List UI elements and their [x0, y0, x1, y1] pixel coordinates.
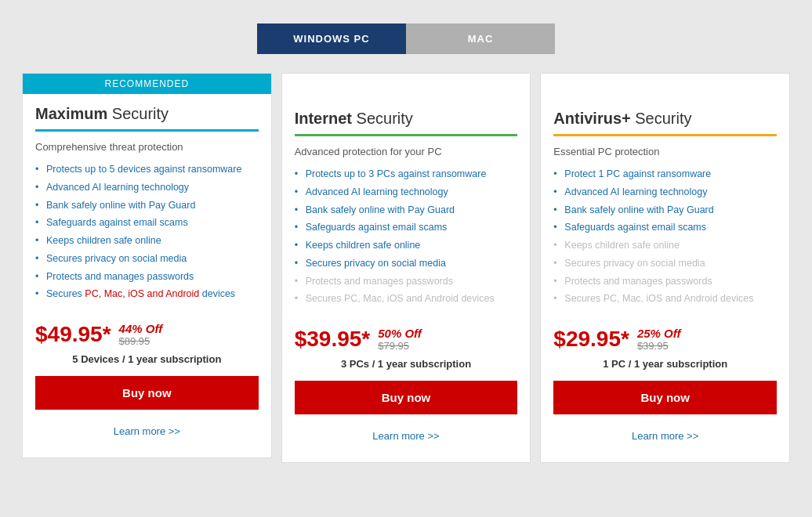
price-off-group: 44% Off $89.95: [119, 322, 163, 347]
price-off-group: 50% Off $79.95: [378, 327, 422, 352]
tab-windows-pc[interactable]: WINDOWS PC: [257, 24, 406, 54]
card-header: Internet Security: [282, 99, 531, 134]
feature-item-6: Protects and manages passwords: [553, 273, 777, 291]
feature-item-3: Safeguards against email scams: [553, 219, 777, 237]
card-title: Maximum Security: [35, 105, 169, 122]
feature-item-4: Keeps children safe online: [553, 237, 777, 255]
price-off-group: 25% Off $39.95: [637, 327, 681, 352]
subscription-text: 5 Devices / 1 year subscription: [23, 353, 271, 376]
feature-list: Protects up to 3 PCs against ransomwareA…: [282, 165, 531, 316]
pricing-section: $39.95* 50% Off $79.95: [282, 316, 531, 358]
learn-more-link[interactable]: Learn more >>: [282, 425, 531, 446]
feature-item-1: Advanced AI learning technology: [553, 183, 777, 201]
pricing-card-2: Antivirus+ Security Essential PC protect…: [540, 73, 790, 463]
feature-item-0: Protect 1 PC against ransomware: [553, 165, 777, 183]
card-title: Internet Security: [295, 110, 413, 127]
feature-item-4: Keeps children safe online: [35, 232, 259, 250]
card-title-bold: Maximum: [35, 105, 107, 122]
feature-item-4: Keeps children safe online: [295, 237, 518, 255]
feature-item-2: Bank safely online with Pay Guard: [295, 201, 518, 219]
feature-item-6: Protects and manages passwords: [35, 268, 259, 286]
card-subtitle: Advanced protection for your PC: [282, 146, 531, 165]
feature-item-2: Bank safely online with Pay Guard: [35, 197, 259, 215]
card-header: Antivirus+ Security: [541, 99, 789, 134]
feature-item-1: Advanced AI learning technology: [295, 183, 518, 201]
feature-item-3: Safeguards against email scams: [295, 219, 518, 237]
price-off: 25% Off: [637, 327, 681, 340]
card-title-bold: Internet: [295, 110, 352, 127]
feature-list: Protects up to 5 devices against ransomw…: [23, 161, 271, 311]
feature-item-0: Protects up to 3 PCs against ransomware: [295, 165, 518, 183]
buy-button[interactable]: Buy now: [35, 376, 259, 410]
pricing-section: $49.95* 44% Off $89.95: [23, 311, 271, 353]
feature-item-7: Secures PC, Mac, iOS and Android devices: [553, 290, 777, 308]
card-header: Maximum Security: [23, 94, 271, 129]
pricing-cards: RECOMMENDED Maximum Security Comprehensi…: [22, 73, 790, 463]
learn-more-link[interactable]: Learn more >>: [23, 421, 271, 442]
red-link: PC, Mac, iOS and Android: [85, 288, 199, 299]
badge-spacer: [282, 74, 531, 99]
feature-item-0: Protects up to 5 devices against ransomw…: [35, 161, 259, 179]
pricing-card-1: Internet Security Advanced protection fo…: [281, 73, 531, 463]
pricing-section: $29.95* 25% Off $39.95: [541, 316, 789, 358]
card-title-bold: Antivirus+: [553, 110, 630, 127]
card-divider: [295, 134, 518, 136]
badge-spacer: [541, 74, 789, 99]
feature-item-5: Secures privacy on social media: [35, 250, 259, 268]
feature-item-2: Bank safely online with Pay Guard: [553, 201, 777, 219]
feature-item-3: Safeguards against email scams: [35, 214, 259, 232]
pricing-card-0: RECOMMENDED Maximum Security Comprehensi…: [22, 73, 272, 458]
tab-bar: WINDOWS PC MAC: [257, 24, 555, 54]
feature-item-5: Secures privacy on social media: [553, 255, 777, 273]
tab-mac[interactable]: MAC: [406, 24, 555, 54]
card-title: Antivirus+ Security: [553, 110, 691, 127]
feature-item-1: Advanced AI learning technology: [35, 179, 259, 197]
learn-more-link[interactable]: Learn more >>: [541, 425, 789, 446]
feature-list: Protect 1 PC against ransomwareAdvanced …: [541, 165, 789, 316]
feature-item-6: Protects and manages passwords: [295, 273, 518, 291]
price-off: 44% Off: [119, 322, 163, 335]
feature-item-7: Secures PC, Mac, iOS and Android devices: [295, 290, 518, 308]
buy-button[interactable]: Buy now: [553, 381, 777, 414]
recommended-badge: RECOMMENDED: [23, 74, 271, 94]
price-main: $49.95*: [35, 322, 111, 347]
price-main: $39.95*: [295, 327, 371, 352]
card-subtitle: Comprehensive threat protection: [23, 141, 271, 161]
feature-item-7: Secures PC, Mac, iOS and Android devices: [35, 285, 259, 303]
subscription-text: 3 PCs / 1 year subscription: [282, 358, 531, 381]
subscription-text: 1 PC / 1 year subscription: [541, 358, 789, 381]
price-off: 50% Off: [378, 327, 422, 340]
feature-item-5: Secures privacy on social media: [295, 255, 518, 273]
card-divider: [35, 129, 259, 132]
price-original: $89.95: [119, 335, 150, 347]
card-subtitle: Essential PC protection: [541, 146, 789, 165]
buy-button[interactable]: Buy now: [295, 381, 518, 414]
price-original: $79.95: [378, 340, 409, 352]
price-main: $29.95*: [553, 327, 629, 352]
card-divider: [553, 134, 777, 136]
price-original: $39.95: [637, 340, 669, 352]
